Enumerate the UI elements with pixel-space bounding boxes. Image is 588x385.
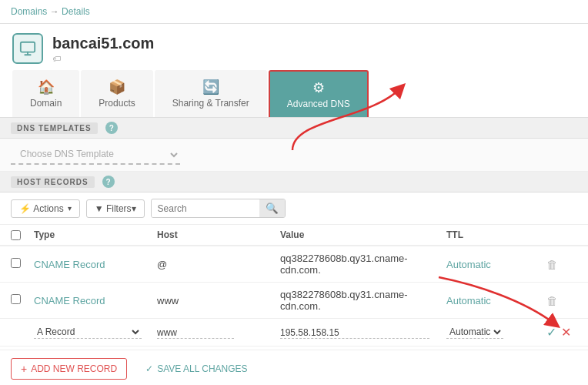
col-value: Value: [280, 229, 446, 240]
actions-icon: ⚡: [19, 203, 31, 214]
row2-ttl: Automatic: [446, 295, 546, 306]
table-header: Type Host Value TTL: [0, 225, 588, 246]
breadcrumb-details: Details: [62, 6, 90, 17]
products-tab-icon: 📦: [109, 79, 125, 95]
edit-value-input[interactable]: [280, 327, 429, 339]
filters-label: Filters: [106, 203, 132, 214]
domain-tag: 🏷: [52, 54, 154, 63]
row1-host: @: [157, 259, 280, 270]
row2-checkbox[interactable]: [11, 294, 21, 304]
breadcrumb-arrow: →: [50, 6, 62, 17]
row2-type: CNAME Record: [34, 295, 157, 306]
add-icon: +: [21, 363, 27, 375]
edit-cancel-icon[interactable]: ✕: [561, 325, 571, 340]
breadcrumb: Domains → Details: [0, 0, 588, 24]
actions-label: Actions: [33, 203, 63, 214]
edit-table-row: A Record Automatic ✓ ✕: [0, 319, 588, 346]
row1-value: qq382278608b.qy31.cname-cdn.com.: [280, 253, 446, 276]
select-all-checkbox[interactable]: [11, 230, 21, 240]
dns-templates-help-icon[interactable]: ?: [105, 122, 118, 134]
domain-tab-icon: 🏠: [38, 79, 55, 95]
col-host: Host: [157, 229, 280, 240]
save-all-changes-button[interactable]: ✓ SAVE ALL CHANGES: [136, 360, 256, 378]
row1-delete-icon[interactable]: 🗑: [546, 258, 558, 271]
tab-sharing[interactable]: 🔄 Sharing & Transfer: [155, 70, 267, 117]
dns-template-select[interactable]: Choose DNS Template: [11, 145, 180, 165]
tab-domain-label: Domain: [30, 98, 62, 109]
tabs-row: 🏠 Domain 📦 Products 🔄 Sharing & Transfer…: [0, 70, 588, 118]
tab-domain[interactable]: 🏠 Domain: [12, 70, 79, 117]
tab-products[interactable]: 📦 Products: [81, 70, 152, 117]
tab-advanced-dns-label: Advanced DNS: [287, 99, 350, 109]
row2-delete-icon[interactable]: 🗑: [546, 294, 558, 307]
host-records-help-icon[interactable]: ?: [102, 176, 115, 188]
sharing-tab-icon: 🔄: [202, 79, 219, 95]
edit-ttl-select[interactable]: Automatic: [446, 326, 503, 339]
toolbar: ⚡ Actions ▾ ▼ Filters ▾ 🔍: [0, 192, 588, 225]
col-ttl: TTL: [446, 229, 546, 240]
row1-ttl: Automatic: [446, 259, 546, 270]
actions-button[interactable]: ⚡ Actions ▾: [11, 199, 80, 218]
host-records-label: HOST RECORDS: [11, 176, 95, 188]
advanced-dns-tab-icon: ⚙: [312, 79, 325, 96]
dns-templates-section-bar: DNS TEMPLATES ?: [0, 118, 588, 139]
search-button[interactable]: 🔍: [259, 199, 285, 217]
filter-icon: ▼: [95, 203, 104, 214]
add-label: ADD NEW RECORD: [31, 363, 117, 374]
footer-bar: + ADD NEW RECORD ✓ SAVE ALL CHANGES: [0, 350, 588, 385]
dns-templates-label: DNS TEMPLATES: [11, 122, 98, 134]
svg-rect-0: [21, 42, 35, 52]
edit-confirm-icon[interactable]: ✓: [546, 325, 556, 340]
tab-advanced-dns[interactable]: ⚙ Advanced DNS: [269, 70, 369, 117]
filters-arrow-icon: ▾: [132, 203, 136, 214]
search-box: 🔍: [151, 199, 286, 218]
filters-button[interactable]: ▼ Filters ▾: [86, 199, 145, 218]
edit-host-input[interactable]: [157, 327, 234, 339]
table-row: CNAME Record www qq382278608b.qy31.cname…: [0, 283, 588, 319]
tab-products-label: Products: [99, 98, 135, 109]
add-new-record-button[interactable]: + ADD NEW RECORD: [11, 358, 127, 380]
row2-value: qq382278608b.qy31.cname-cdn.com.: [280, 289, 446, 312]
save-check-icon: ✓: [145, 363, 153, 374]
edit-type-select[interactable]: A Record: [34, 326, 142, 339]
domain-name: bancai51.com: [52, 35, 154, 52]
search-input[interactable]: [152, 200, 259, 217]
actions-arrow-icon: ▾: [68, 204, 72, 213]
table-row: CNAME Record @ qq382278608b.qy31.cname-c…: [0, 246, 588, 283]
row1-checkbox[interactable]: [11, 258, 21, 268]
save-label: SAVE ALL CHANGES: [157, 363, 247, 374]
host-records-section-bar: HOST RECORDS ?: [0, 172, 588, 192]
col-type: Type: [34, 229, 157, 240]
dns-template-area: Choose DNS Template: [0, 139, 588, 172]
row1-type: CNAME Record: [34, 259, 157, 270]
domain-header: bancai51.com 🏷: [0, 24, 588, 64]
tab-sharing-label: Sharing & Transfer: [172, 98, 249, 109]
breadcrumb-domains[interactable]: Domains: [11, 6, 47, 17]
row2-host: www: [157, 295, 280, 306]
domain-icon: [12, 33, 43, 64]
